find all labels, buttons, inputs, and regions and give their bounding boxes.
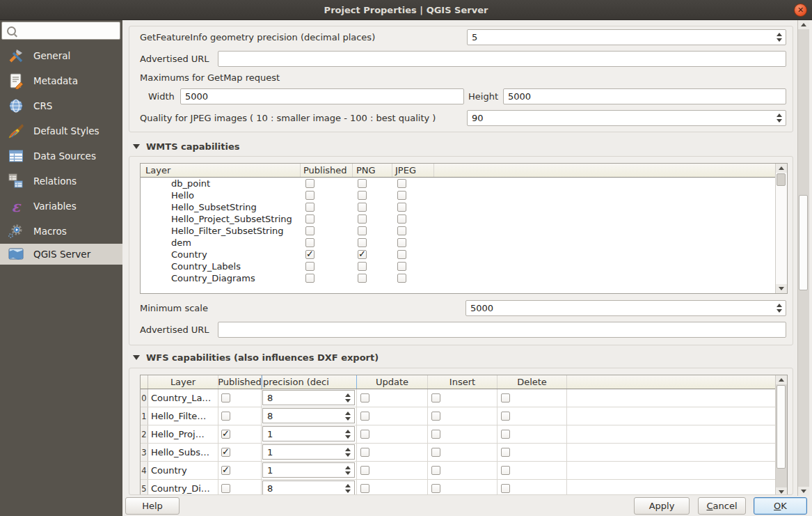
- published-checkbox[interactable]: [221, 484, 230, 493]
- delete-checkbox[interactable]: [501, 448, 510, 457]
- wmts-table-scrollbar[interactable]: [775, 164, 787, 293]
- wmts-table-row[interactable]: Hello_SubsetString: [141, 201, 787, 213]
- getmap-height-input[interactable]: [503, 88, 786, 104]
- insert-checkbox[interactable]: [431, 484, 440, 493]
- published-checkbox[interactable]: [221, 466, 230, 475]
- spinner-arrows-icon[interactable]: [343, 409, 352, 423]
- wmts-table-row[interactable]: dem: [141, 237, 787, 249]
- delete-checkbox[interactable]: [501, 484, 510, 493]
- spinner-arrows-icon[interactable]: [343, 391, 352, 405]
- column-header-published[interactable]: Published: [218, 375, 262, 389]
- scroll-down-button[interactable]: [776, 284, 787, 293]
- layer-name[interactable]: Hello: [171, 189, 194, 201]
- wfs-table-row[interactable]: 0 Country_La… 8: [141, 389, 787, 407]
- column-header-jpeg[interactable]: JPEG: [392, 164, 434, 177]
- precision-spinbox[interactable]: 1: [262, 444, 355, 460]
- row-number[interactable]: 0: [141, 389, 148, 407]
- delete-checkbox[interactable]: [501, 393, 510, 402]
- wmts-table-row[interactable]: Hello: [141, 189, 787, 201]
- help-button[interactable]: Help: [125, 497, 180, 515]
- column-header-delete[interactable]: Delete: [497, 375, 567, 389]
- spinner-arrows-icon[interactable]: [343, 445, 352, 459]
- scrollbar-handle[interactable]: [777, 173, 786, 186]
- ok-button[interactable]: OK: [754, 497, 807, 515]
- layer-name[interactable]: Country_Labels: [171, 260, 241, 272]
- wfs-table-row[interactable]: 1 Hello_Filte… 8: [141, 407, 787, 425]
- sidebar-search[interactable]: [1, 22, 120, 40]
- search-input[interactable]: [19, 25, 120, 36]
- layer-name[interactable]: Country: [171, 249, 207, 260]
- sidebar-item-general[interactable]: General: [0, 43, 122, 68]
- layer-name[interactable]: Country: [148, 462, 218, 479]
- jpeg-checkbox[interactable]: [397, 214, 406, 224]
- insert-checkbox[interactable]: [431, 466, 440, 475]
- delete-checkbox[interactable]: [501, 430, 510, 439]
- wfs-table-row[interactable]: 2 Hello_Proj… 1: [141, 425, 787, 444]
- spinner-arrows-icon[interactable]: [343, 481, 352, 495]
- delete-checkbox[interactable]: [501, 466, 510, 475]
- layer-name[interactable]: Hello_Filte…: [148, 407, 218, 425]
- getfeatureinfo-spinbox[interactable]: 5: [467, 29, 786, 45]
- published-checkbox[interactable]: [221, 412, 230, 421]
- spinner-arrows-icon[interactable]: [774, 111, 783, 125]
- png-checkbox[interactable]: [358, 238, 367, 247]
- wmts-table-row[interactable]: Country_Diagrams: [141, 272, 787, 284]
- insert-checkbox[interactable]: [431, 393, 440, 402]
- layer-name[interactable]: Country_Di…: [148, 480, 218, 495]
- wmts-advertised-url-input[interactable]: [218, 322, 786, 338]
- jpeg-checkbox[interactable]: [397, 250, 406, 259]
- update-checkbox[interactable]: [360, 484, 369, 493]
- png-checkbox[interactable]: [358, 179, 367, 188]
- scroll-up-button[interactable]: [776, 375, 787, 384]
- published-checkbox[interactable]: [221, 393, 230, 402]
- layer-name[interactable]: db_point: [171, 178, 210, 189]
- insert-checkbox[interactable]: [431, 448, 440, 457]
- sidebar-item-variables[interactable]: ε Variables: [0, 194, 122, 219]
- sidebar-item-crs[interactable]: CRS: [0, 93, 122, 118]
- scroll-down-button[interactable]: [798, 487, 809, 496]
- layer-name[interactable]: Country_Diagrams: [171, 272, 255, 284]
- getmap-width-input[interactable]: [180, 88, 464, 104]
- wmts-table-header[interactable]: Layer Published PNG JPEG: [141, 164, 787, 178]
- precision-spinbox[interactable]: 8: [262, 408, 355, 423]
- png-checkbox[interactable]: [358, 214, 367, 224]
- wfs-table-header[interactable]: Layer Published precision (deci Update I…: [141, 375, 787, 389]
- wfs-section-header[interactable]: WFS capabilities (also influences DXF ex…: [133, 351, 379, 363]
- wmts-table-row[interactable]: Hello_Project_SubsetString: [141, 213, 787, 225]
- sidebar-item-qgis-server[interactable]: QGIS Server: [0, 244, 122, 265]
- published-checkbox[interactable]: [305, 226, 315, 235]
- sidebar-item-macros[interactable]: Macros: [0, 219, 122, 244]
- sidebar-item-relations[interactable]: Relations: [0, 169, 122, 194]
- main-scrollbar[interactable]: [797, 20, 809, 496]
- spinner-arrows-icon[interactable]: [774, 301, 783, 315]
- apply-button[interactable]: Apply: [634, 497, 690, 515]
- jpeg-checkbox[interactable]: [397, 179, 406, 188]
- published-checkbox[interactable]: [305, 179, 315, 188]
- row-number[interactable]: 2: [141, 425, 148, 443]
- wfs-table-row[interactable]: 3 Hello_Subs… 1: [141, 444, 787, 462]
- layer-name[interactable]: Hello_Subs…: [148, 444, 218, 461]
- published-checkbox[interactable]: [305, 203, 315, 212]
- jpeg-checkbox[interactable]: [397, 226, 406, 235]
- spinner-arrows-icon[interactable]: [774, 30, 783, 45]
- layer-name[interactable]: Hello_Project_SubsetString: [171, 213, 292, 225]
- jpeg-checkbox[interactable]: [397, 203, 406, 212]
- layer-name[interactable]: Country_La…: [148, 389, 218, 407]
- wmts-section-header[interactable]: WMTS capabilities: [133, 140, 240, 153]
- published-checkbox[interactable]: [221, 430, 230, 439]
- published-checkbox[interactable]: [305, 274, 315, 283]
- png-checkbox[interactable]: [358, 191, 367, 200]
- column-header-published[interactable]: Published: [301, 164, 353, 177]
- precision-spinbox[interactable]: 8: [262, 480, 355, 495]
- update-checkbox[interactable]: [360, 466, 369, 475]
- spinner-arrows-icon[interactable]: [343, 427, 352, 441]
- column-header-update[interactable]: Update: [357, 375, 428, 389]
- precision-spinbox[interactable]: 1: [262, 462, 355, 478]
- png-checkbox[interactable]: [358, 203, 367, 212]
- layer-name[interactable]: dem: [171, 237, 191, 249]
- jpeg-quality-spinbox[interactable]: 90: [467, 110, 786, 126]
- published-checkbox[interactable]: [221, 448, 230, 457]
- png-checkbox[interactable]: [358, 226, 367, 235]
- wfs-table-scrollbar[interactable]: [775, 375, 787, 495]
- row-number[interactable]: 1: [141, 407, 148, 425]
